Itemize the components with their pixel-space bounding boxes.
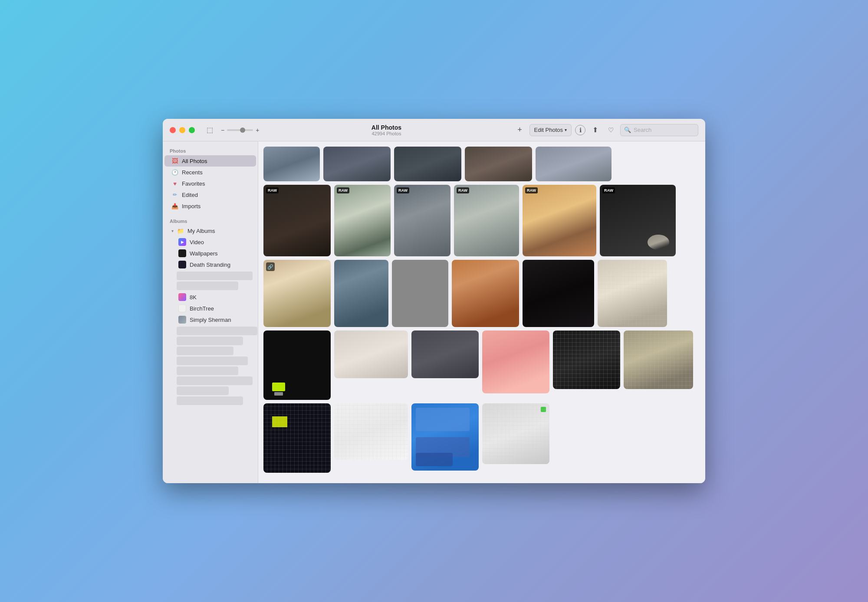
photo-item[interactable] — [323, 147, 391, 181]
sidebar-item-recents[interactable]: 🕐 Recents — [164, 167, 256, 178]
album-label: BirchTree — [190, 305, 214, 312]
zoom-slider: − + — [221, 127, 259, 134]
grid-row — [263, 330, 700, 400]
window-subtitle: 42994 Photos — [372, 131, 401, 136]
photo-item[interactable] — [411, 330, 479, 378]
sidebar-item-label: Favorites — [182, 180, 205, 187]
photo-item[interactable] — [624, 330, 693, 389]
photo-item[interactable] — [482, 330, 549, 393]
raw-badge: RAW — [602, 187, 615, 193]
grid-row: RAW RAW RAW RAW RAW RAW — [263, 185, 700, 256]
minimize-button[interactable] — [179, 127, 185, 133]
sidebar-item-imports[interactable]: 📥 Imports — [164, 200, 256, 212]
photo-item[interactable] — [263, 403, 331, 473]
photo-item[interactable] — [394, 147, 461, 181]
search-placeholder: Search — [634, 127, 651, 133]
heart-button[interactable]: ♡ — [605, 124, 617, 136]
raw-badge: RAW — [337, 187, 349, 193]
sidebar-item-my-albums[interactable]: ▾ 📁 My Albums — [164, 226, 256, 236]
sidebar-item-simply-sherman[interactable]: Simply Sherman — [164, 314, 256, 325]
fullscreen-button[interactable] — [189, 127, 195, 133]
photo-item[interactable]: RAW — [263, 185, 331, 256]
chevron-down-icon: ▾ — [171, 229, 174, 233]
photo-item[interactable] — [482, 403, 549, 464]
sidebar-item-birchtree[interactable]: BirchTree — [164, 303, 256, 314]
album-label: Video — [190, 239, 204, 245]
sidebar-item-wallpapers[interactable]: Wallpapers — [164, 248, 256, 259]
all-photos-icon: 🖼 — [171, 157, 178, 164]
photo-item[interactable]: RAW — [394, 185, 450, 256]
sidebar: Photos 🖼 All Photos 🕐 Recents ♥ Favorite… — [163, 141, 258, 483]
photo-grid[interactable]: RAW RAW RAW RAW RAW RAW — [258, 141, 705, 483]
photo-item[interactable]: RAW — [334, 185, 391, 256]
raw-badge: RAW — [397, 187, 409, 193]
blurred-album-10[interactable] — [177, 396, 243, 405]
photo-item[interactable]: 🔗 — [263, 260, 331, 327]
photo-item[interactable] — [465, 147, 532, 181]
main-content: Photos 🖼 All Photos 🕐 Recents ♥ Favorite… — [163, 141, 705, 483]
info-button[interactable]: ℹ — [575, 125, 585, 135]
titlebar: ⬚ − + All Photos 42994 Photos + Edit Pho… — [163, 119, 705, 141]
8k-icon — [178, 293, 186, 301]
zoom-minus[interactable]: − — [221, 127, 224, 134]
raw-badge: RAW — [457, 187, 469, 193]
my-albums-label: My Albums — [187, 228, 215, 234]
zoom-track[interactable] — [227, 129, 253, 131]
blurred-album-9[interactable] — [177, 386, 229, 395]
simply-sherman-icon — [178, 316, 186, 324]
photo-item[interactable] — [263, 147, 320, 181]
raw-badge: RAW — [266, 187, 279, 193]
photo-item[interactable] — [392, 260, 448, 327]
photo-item[interactable] — [334, 330, 408, 378]
photo-item[interactable] — [553, 330, 620, 389]
add-button[interactable]: + — [514, 124, 526, 136]
blurred-album-6[interactable] — [177, 357, 248, 365]
blurred-album-7[interactable] — [177, 366, 238, 375]
grid-row: 🔗 — [263, 260, 700, 327]
photo-item[interactable] — [523, 260, 594, 327]
toolbar-right: + Edit Photos ▾ ℹ ⬆ ♡ 🔍 Search — [514, 124, 699, 136]
album-label: Wallpapers — [190, 250, 218, 257]
share-button[interactable]: ⬆ — [589, 124, 601, 136]
traffic-lights — [170, 127, 195, 133]
album-label: Simply Sherman — [190, 317, 231, 323]
photo-item[interactable] — [536, 147, 612, 181]
photo-item[interactable]: RAW — [454, 185, 519, 256]
sidebar-item-all-photos[interactable]: 🖼 All Photos — [164, 155, 256, 167]
grid-row — [263, 147, 700, 181]
chevron-down-icon: ▾ — [565, 128, 567, 132]
sidebar-item-favorites[interactable]: ♥ Favorites — [164, 178, 256, 189]
blurred-album-3[interactable] — [177, 327, 257, 335]
blurred-album-4[interactable] — [177, 337, 243, 345]
photo-item[interactable]: RAW — [523, 185, 596, 256]
albums-section-label: Albums — [163, 217, 258, 226]
album-label: 8K — [190, 294, 197, 301]
frame-button[interactable]: ⬚ — [204, 124, 216, 136]
grid-row — [263, 403, 700, 473]
search-box[interactable]: 🔍 Search — [620, 124, 698, 136]
photo-item[interactable] — [334, 403, 408, 460]
blurred-album-2[interactable] — [177, 281, 238, 290]
blurred-album-1[interactable] — [177, 272, 253, 280]
blurred-album-5[interactable] — [177, 347, 233, 355]
photo-item[interactable] — [452, 260, 519, 327]
photo-item[interactable]: RAW — [600, 185, 676, 256]
zoom-plus[interactable]: + — [256, 127, 259, 134]
main-window: ⬚ − + All Photos 42994 Photos + Edit Pho… — [163, 119, 705, 483]
sidebar-item-video[interactable]: ▶ Video — [164, 236, 256, 248]
birchtree-icon — [178, 304, 186, 312]
blurred-album-8[interactable] — [177, 376, 253, 385]
recents-icon: 🕐 — [171, 169, 178, 176]
photo-item[interactable] — [334, 260, 388, 327]
photo-item[interactable] — [411, 403, 479, 471]
edit-photos-button[interactable]: Edit Photos ▾ — [529, 124, 572, 136]
imports-icon: 📥 — [171, 203, 178, 209]
album-label: Death Stranding — [190, 262, 230, 268]
sidebar-item-8k[interactable]: 8K — [164, 291, 256, 303]
sidebar-item-death-stranding[interactable]: Death Stranding — [164, 259, 256, 270]
photo-item[interactable] — [598, 260, 667, 327]
sidebar-item-edited[interactable]: ✏ Edited — [164, 189, 256, 200]
close-button[interactable] — [170, 127, 176, 133]
photos-section-label: Photos — [163, 147, 258, 155]
photo-item[interactable] — [263, 330, 331, 400]
